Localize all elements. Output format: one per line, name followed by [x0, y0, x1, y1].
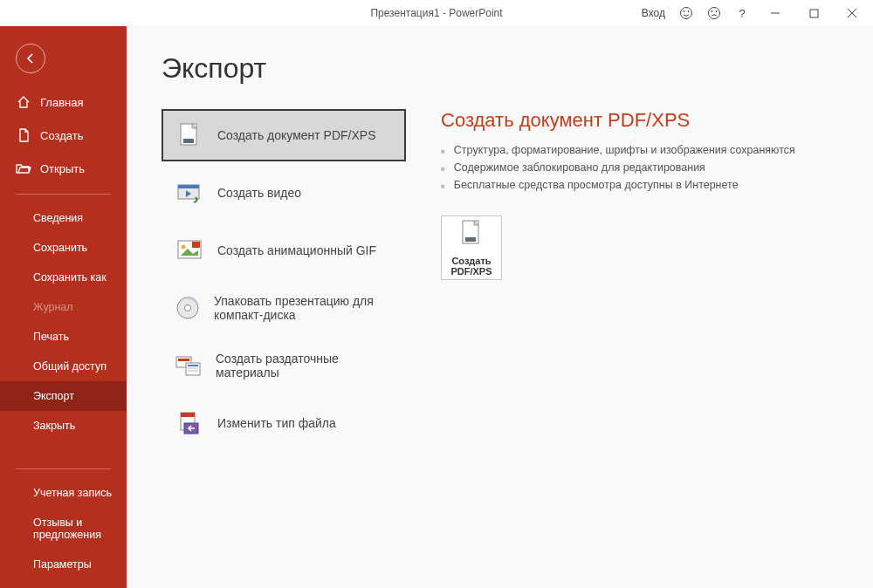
- detail-title: Создать документ PDF/XPS: [441, 109, 838, 132]
- export-item-filetype[interactable]: Изменить тип файла: [162, 397, 406, 449]
- sidebar-item-label: Сведения: [33, 212, 83, 224]
- svg-point-3: [709, 8, 720, 19]
- sidebar-item-account[interactable]: Учетная запись: [0, 478, 127, 508]
- svg-rect-18: [192, 242, 200, 248]
- sidebar-item-label: Главная: [40, 96, 83, 109]
- svg-rect-13: [178, 185, 199, 188]
- smile-icon[interactable]: [674, 1, 698, 25]
- svg-point-0: [681, 8, 692, 19]
- sidebar-item-label: Сохранить: [33, 242, 87, 254]
- maximize-button[interactable]: [796, 1, 831, 25]
- sidebar-item-label: Журнал: [33, 301, 73, 313]
- sidebar-item-open[interactable]: Открыть: [0, 152, 127, 185]
- svg-point-20: [185, 305, 191, 311]
- file-icon: [16, 127, 31, 143]
- window-title: Презентация1 - PowerPoint: [370, 7, 502, 19]
- sidebar-item-share[interactable]: Общий доступ: [0, 352, 127, 381]
- frown-icon[interactable]: [702, 1, 726, 25]
- svg-point-1: [684, 10, 684, 11]
- svg-rect-7: [810, 10, 818, 17]
- export-item-gif[interactable]: Создать анимационный GIF: [162, 224, 406, 277]
- content-area: Экспорт Создать документ PDF/XPS Создать…: [127, 26, 873, 588]
- create-pdf-button[interactable]: Создать PDF/XPS: [441, 215, 502, 280]
- help-icon[interactable]: ?: [730, 1, 754, 25]
- video-icon: [175, 179, 203, 207]
- folder-open-icon: [16, 161, 31, 176]
- backstage-sidebar: Главная Создать Открыть Сведения Сохрани…: [0, 26, 127, 588]
- pdf-icon: [175, 121, 203, 149]
- back-button[interactable]: [16, 44, 45, 73]
- sidebar-item-label: Закрыть: [33, 420, 75, 432]
- page-title: Экспорт: [162, 52, 838, 85]
- export-item-label: Создать документ PDF/XPS: [217, 128, 376, 142]
- sidebar-separator: [16, 468, 111, 469]
- sidebar-item-label: Создать: [40, 129, 83, 142]
- sidebar-separator: [16, 194, 111, 195]
- change-filetype-icon: [175, 409, 203, 437]
- pdf-large-icon: [459, 219, 484, 252]
- sidebar-item-saveas[interactable]: Сохранить как: [0, 263, 127, 292]
- svg-point-2: [688, 10, 689, 11]
- svg-rect-28: [181, 413, 195, 417]
- sidebar-item-label: Общий доступ: [33, 360, 107, 373]
- svg-point-5: [716, 10, 717, 11]
- export-item-pdf[interactable]: Создать документ PDF/XPS: [162, 109, 406, 161]
- sidebar-item-info[interactable]: Сведения: [0, 203, 127, 233]
- action-button-label: Создать PDF/XPS: [445, 256, 498, 277]
- home-icon: [16, 94, 31, 110]
- svg-rect-24: [188, 365, 198, 366]
- sidebar-item-home[interactable]: Главная: [0, 85, 127, 119]
- titlebar: Презентация1 - PowerPoint Вход ?: [0, 0, 873, 26]
- sidebar-item-label: Печать: [33, 331, 69, 343]
- svg-rect-11: [183, 139, 194, 143]
- sidebar-item-save[interactable]: Сохранить: [0, 233, 127, 263]
- sidebar-item-label: Учетная запись: [33, 487, 112, 499]
- sidebar-item-feedback[interactable]: Отзывы и предложения: [0, 508, 127, 550]
- cd-icon: [175, 294, 200, 322]
- sidebar-item-history: Журнал: [0, 292, 127, 322]
- export-item-label: Изменить тип файла: [217, 416, 336, 430]
- svg-rect-22: [178, 359, 189, 361]
- handout-icon: [175, 352, 202, 379]
- signin-link[interactable]: Вход: [642, 7, 665, 19]
- export-item-label: Упаковать презентацию для компакт-диска: [214, 294, 392, 322]
- export-item-label: Создать анимационный GIF: [217, 243, 376, 257]
- sidebar-item-label: Параметры: [33, 558, 92, 571]
- detail-bullet: Бесплатные средства просмотра доступны в…: [441, 179, 838, 191]
- sidebar-item-close[interactable]: Закрыть: [0, 411, 127, 441]
- sidebar-item-export[interactable]: Экспорт: [0, 381, 127, 411]
- minimize-button[interactable]: [758, 1, 793, 25]
- svg-point-4: [711, 10, 712, 11]
- export-item-video[interactable]: Создать видео: [162, 167, 406, 219]
- detail-bullet: Структура, форматирование, шрифты и изоб…: [441, 144, 838, 156]
- export-item-label: Создать видео: [217, 186, 301, 200]
- sidebar-item-label: Сохранить как: [33, 271, 107, 284]
- gif-icon: [175, 236, 203, 264]
- svg-point-16: [182, 245, 186, 250]
- detail-bullet: Содержимое заблокировано для редактирова…: [441, 161, 838, 174]
- sidebar-item-create[interactable]: Создать: [0, 119, 127, 152]
- export-options-list: Создать документ PDF/XPS Создать видео С…: [162, 109, 406, 449]
- sidebar-item-label: Экспорт: [33, 390, 74, 402]
- svg-rect-31: [465, 237, 476, 242]
- export-item-label: Создать раздаточные материалы: [216, 352, 392, 379]
- export-detail-panel: Создать документ PDF/XPS Структура, форм…: [441, 109, 838, 449]
- export-item-cd[interactable]: Упаковать презентацию для компакт-диска: [162, 282, 406, 334]
- export-item-handout[interactable]: Создать раздаточные материалы: [162, 339, 406, 392]
- sidebar-item-label: Отзывы и предложения: [33, 516, 116, 541]
- sidebar-item-label: Открыть: [40, 162, 85, 175]
- sidebar-item-print[interactable]: Печать: [0, 322, 127, 352]
- close-button[interactable]: [835, 1, 870, 25]
- detail-bullets: Структура, форматирование, шрифты и изоб…: [441, 144, 838, 191]
- sidebar-item-options[interactable]: Параметры: [0, 550, 127, 579]
